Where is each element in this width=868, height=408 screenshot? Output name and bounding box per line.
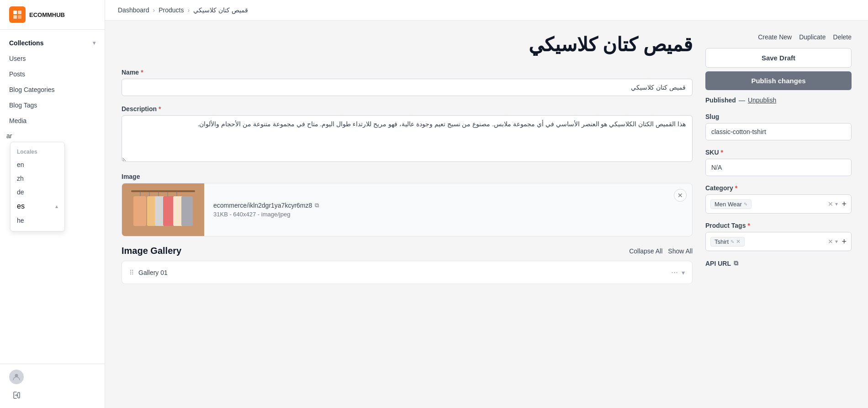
sidebar-item-blog-tags[interactable]: Blog Tags (0, 97, 105, 113)
svg-rect-17 (181, 196, 193, 226)
unpublish-link[interactable]: Unpublish (748, 97, 776, 104)
main-area: Dashboard › Products › قميص كتان كلاسيكي… (105, 0, 868, 408)
svg-rect-2 (13, 15, 17, 19)
gallery-item-name: Gallery 01 (138, 269, 667, 276)
locale-item-en[interactable]: en (11, 158, 64, 172)
name-required: * (141, 69, 143, 76)
logo-area: ECOMMHUB (0, 0, 105, 30)
create-new-link[interactable]: Create New (758, 33, 792, 41)
delete-link[interactable]: Delete (833, 33, 852, 41)
tshirt-tag-chip: Tshirt ✎ ✕ (710, 237, 745, 247)
tag-edit-icon[interactable]: ✎ (730, 239, 734, 244)
content-area: قميص كتان كلاسيكي Name * Description * (105, 21, 868, 408)
breadcrumb-products[interactable]: Products (159, 6, 184, 14)
sidebar-nav: Collections ▾ Locales en zh de es ▴ he U… (0, 30, 105, 364)
svg-rect-1 (18, 11, 21, 14)
tags-chevron-icon[interactable]: ▾ (835, 238, 838, 245)
sidebar-bottom (0, 364, 105, 408)
category-label: Category * (705, 184, 852, 192)
sidebar-item-blog-categories[interactable]: Blog Categories (0, 82, 105, 97)
save-draft-button[interactable]: Save Draft (705, 48, 852, 68)
topbar: Dashboard › Products › قميص كتان كلاسيكي (105, 0, 868, 21)
tags-add-icon[interactable]: + (842, 237, 847, 247)
name-label: Name * (122, 69, 693, 76)
category-required: * (735, 184, 737, 192)
image-thumbnail (122, 183, 204, 236)
locale-label: Locales (11, 146, 64, 158)
chevron-up-icon: ▴ (55, 203, 58, 209)
svg-rect-3 (18, 15, 21, 19)
chevron-down-icon: ▾ (93, 40, 95, 46)
category-select[interactable]: Men Wear ✎ ✕ ▾ + (705, 194, 852, 214)
breadcrumb-sep-2: › (187, 6, 190, 14)
page-title: قميص كتان كلاسيكي (122, 33, 693, 56)
copy-filename-icon[interactable]: ⧉ (315, 202, 319, 209)
logo-text: ECOMMHUB (29, 11, 65, 18)
right-top-actions: Create New Duplicate Delete (705, 33, 852, 41)
locale-item-zh[interactable]: zh (11, 172, 64, 185)
breadcrumb-sep-1: › (153, 6, 155, 14)
description-required: * (159, 105, 161, 113)
gallery-item-header: ⠿ Gallery 01 ··· ▾ (122, 261, 692, 284)
status-separator: — (739, 97, 745, 104)
image-preview: ecommerce/ikln2dgr1ya7kcyr6mz8 ⧉ 31KB - … (122, 183, 693, 236)
locale-item-de[interactable]: de (11, 185, 64, 199)
category-add-icon[interactable]: + (842, 199, 847, 209)
avatar[interactable] (9, 370, 24, 384)
publish-button[interactable]: Publish changes (705, 71, 852, 90)
drag-handle-icon[interactable]: ⠿ (129, 269, 134, 276)
product-tags-required: * (747, 222, 750, 229)
logout-icon[interactable] (9, 388, 24, 403)
sidebar-item-posts[interactable]: Posts (0, 66, 105, 82)
sidebar-item-users[interactable]: Users (0, 51, 105, 66)
description-label: Description * (122, 105, 693, 113)
locale-item-he[interactable]: he (11, 214, 64, 227)
description-field-group: Description * (122, 105, 693, 164)
category-clear-icon[interactable]: ✕ (828, 200, 833, 208)
duplicate-link[interactable]: Duplicate (799, 33, 826, 41)
left-panel: قميص كتان كلاسيكي Name * Description * (122, 33, 693, 395)
svg-rect-12 (133, 196, 146, 226)
image-remove-button[interactable]: ✕ (674, 189, 687, 202)
sku-field-group: SKU * (705, 149, 852, 176)
api-url-copy-icon[interactable]: ⧉ (734, 259, 738, 267)
slug-label: Slug (705, 113, 852, 120)
gallery-section: Image Gallery Collapse All Show All ⠿ Ga… (122, 246, 693, 284)
tags-clear-icon[interactable]: ✕ (828, 238, 833, 245)
category-chevron-icon[interactable]: ▾ (835, 201, 838, 207)
dots-menu-icon[interactable]: ··· (671, 268, 678, 277)
tag-remove-icon[interactable]: ✕ (736, 238, 741, 245)
locale-item-ar[interactable]: ar (0, 129, 105, 143)
gallery-item: ⠿ Gallery 01 ··· ▾ (122, 261, 693, 284)
svg-rect-6 (131, 190, 195, 192)
description-input[interactable] (122, 115, 693, 162)
locale-dropdown: Locales en zh de es ▴ he (10, 142, 65, 231)
gallery-chevron-icon[interactable]: ▾ (682, 269, 685, 276)
breadcrumb-current: قميص كتان كلاسيكي (193, 6, 248, 14)
sku-input[interactable] (705, 159, 852, 176)
name-input[interactable] (122, 79, 693, 96)
image-info: ecommerce/ikln2dgr1ya7kcyr6mz8 ⧉ 31KB - … (204, 183, 674, 236)
image-label: Image (122, 173, 693, 180)
logo-icon (9, 6, 26, 23)
category-edit-icon[interactable]: ✎ (744, 202, 747, 207)
gallery-header: Image Gallery Collapse All Show All (122, 246, 693, 256)
gallery-item-actions: ··· ▾ (671, 268, 685, 277)
publish-status: Published — Unpublish (705, 97, 852, 104)
sidebar-item-collections[interactable]: Collections ▾ (0, 35, 105, 51)
show-all-button[interactable]: Show All (668, 247, 693, 255)
sidebar-item-media[interactable]: Media (0, 113, 105, 129)
category-field-group: Category * Men Wear ✎ ✕ ▾ + (705, 184, 852, 214)
slug-input[interactable] (705, 123, 852, 140)
gallery-actions: Collapse All Show All (629, 247, 693, 255)
sidebar: ECOMMHUB Collections ▾ Locales en zh de … (0, 0, 105, 408)
breadcrumb-dashboard[interactable]: Dashboard (118, 6, 149, 14)
product-tags-select[interactable]: Tshirt ✎ ✕ ✕ ▾ + (705, 232, 852, 251)
image-filename: ecommerce/ikln2dgr1ya7kcyr6mz8 ⧉ (213, 202, 665, 209)
collapse-all-button[interactable]: Collapse All (629, 247, 662, 255)
product-tags-select-controls: ✕ ▾ + (828, 237, 847, 247)
svg-rect-0 (13, 11, 17, 14)
locale-item-es-header[interactable]: es ▴ (11, 199, 64, 214)
image-section: Image (122, 173, 693, 236)
name-field-group: Name * (122, 69, 693, 96)
